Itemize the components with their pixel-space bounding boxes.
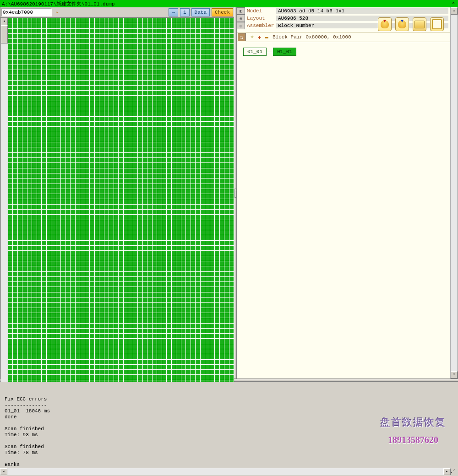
block-cell[interactable]	[167, 18, 171, 23]
block-cell[interactable]	[205, 251, 209, 255]
block-cell[interactable]	[229, 215, 234, 219]
block-cell[interactable]	[32, 178, 36, 183]
block-cell[interactable]	[99, 277, 104, 281]
block-cell[interactable]	[56, 334, 60, 338]
block-cell[interactable]	[47, 246, 51, 250]
block-cell[interactable]	[104, 178, 109, 183]
block-cell[interactable]	[229, 287, 234, 292]
block-cell[interactable]	[114, 18, 118, 23]
block-cell[interactable]	[229, 29, 234, 33]
block-cell[interactable]	[153, 106, 157, 111]
block-cell[interactable]	[42, 127, 46, 131]
block-cell[interactable]	[176, 29, 180, 33]
block-cell[interactable]	[99, 251, 104, 255]
block-cell[interactable]	[172, 81, 176, 85]
block-cell[interactable]	[109, 287, 114, 292]
block-cell[interactable]	[37, 75, 42, 80]
block-cell[interactable]	[157, 189, 162, 194]
block-cell[interactable]	[181, 60, 185, 64]
block-cell[interactable]	[27, 277, 32, 281]
block-cell[interactable]	[201, 158, 205, 162]
block-cell[interactable]	[147, 163, 152, 168]
block-cell[interactable]	[124, 313, 128, 318]
block-cell[interactable]	[61, 86, 65, 90]
block-cell[interactable]	[119, 334, 123, 338]
block-cell[interactable]	[133, 184, 137, 189]
block-cell[interactable]	[153, 70, 157, 75]
block-cell[interactable]	[196, 313, 200, 318]
block-cell[interactable]	[157, 225, 162, 230]
block-cell[interactable]	[167, 132, 171, 137]
block-cell[interactable]	[27, 153, 32, 157]
block-cell[interactable]	[51, 272, 56, 276]
block-cell[interactable]	[128, 334, 133, 338]
block-cell[interactable]	[80, 370, 85, 374]
block-cell[interactable]	[42, 365, 46, 369]
block-cell[interactable]	[191, 339, 195, 343]
block-cell[interactable]	[37, 329, 42, 333]
block-cell[interactable]	[27, 194, 32, 199]
import-db-icon[interactable]: ▼	[378, 17, 392, 31]
block-cell[interactable]	[95, 246, 99, 250]
block-cell[interactable]	[51, 215, 56, 219]
block-cell[interactable]	[76, 44, 80, 49]
block-cell[interactable]	[124, 189, 128, 194]
block-cell[interactable]	[66, 256, 71, 261]
block-cell[interactable]	[71, 225, 75, 230]
block-cell[interactable]	[229, 178, 234, 183]
block-cell[interactable]	[201, 29, 205, 33]
block-cell[interactable]	[201, 375, 205, 379]
block-cell[interactable]	[18, 23, 22, 28]
block-cell[interactable]	[18, 303, 22, 307]
block-cell[interactable]	[229, 137, 234, 142]
block-cell[interactable]	[37, 365, 42, 369]
block-cell[interactable]	[191, 106, 195, 111]
block-cell[interactable]	[138, 117, 142, 121]
block-cell[interactable]	[229, 70, 234, 75]
block-cell[interactable]	[196, 303, 200, 307]
block-cell[interactable]	[76, 287, 80, 292]
block-cell[interactable]	[18, 251, 22, 255]
block-cell[interactable]	[153, 220, 157, 225]
block-cell[interactable]	[37, 184, 42, 189]
block-cell[interactable]	[32, 370, 36, 374]
block-cell[interactable]	[37, 137, 42, 142]
block-cell[interactable]	[109, 349, 114, 354]
block-cell[interactable]	[109, 39, 114, 43]
block-cell[interactable]	[76, 86, 80, 90]
block-cell[interactable]	[22, 86, 27, 90]
block-cell[interactable]	[90, 230, 94, 235]
block-cell[interactable]	[32, 34, 36, 38]
block-cell[interactable]	[133, 277, 137, 281]
block-cell[interactable]	[128, 298, 133, 302]
block-cell[interactable]	[114, 86, 118, 90]
block-cell[interactable]	[71, 23, 75, 28]
block-cell[interactable]	[172, 153, 176, 157]
block-cell[interactable]	[133, 205, 137, 209]
block-cell[interactable]	[104, 189, 109, 194]
remove-icon[interactable]: ▬	[263, 34, 270, 40]
block-cell[interactable]	[80, 194, 85, 199]
block-cell[interactable]	[196, 54, 200, 59]
block-cell[interactable]	[205, 292, 209, 297]
block-cell[interactable]	[71, 349, 75, 354]
block-cell[interactable]	[210, 287, 214, 292]
block-cell[interactable]	[205, 225, 209, 230]
block-cell[interactable]	[95, 308, 99, 313]
block-cell[interactable]	[224, 60, 229, 64]
block-cell[interactable]	[205, 18, 209, 23]
block-cell[interactable]	[133, 251, 137, 255]
block-cell[interactable]	[85, 360, 89, 364]
block-cell[interactable]	[76, 365, 80, 369]
block-cell[interactable]	[176, 235, 180, 240]
scroll-up-icon[interactable]: ▴	[451, 7, 458, 15]
block-cell[interactable]	[157, 122, 162, 126]
block-cell[interactable]	[104, 354, 109, 359]
block-cell[interactable]	[191, 251, 195, 255]
block-cell[interactable]	[157, 194, 162, 199]
block-cell[interactable]	[138, 137, 142, 142]
block-cell[interactable]	[196, 70, 200, 75]
block-cell[interactable]	[157, 153, 162, 157]
block-cell[interactable]	[51, 184, 56, 189]
block-cell[interactable]	[99, 308, 104, 313]
